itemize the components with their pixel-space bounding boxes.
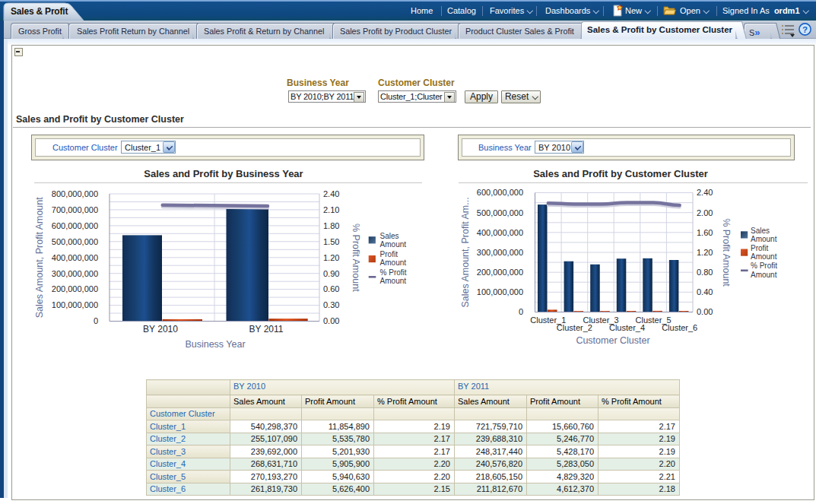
- svg-text:% Profit Amount: % Profit Amount: [721, 218, 732, 287]
- svg-text:500,000,000: 500,000,000: [52, 237, 98, 246]
- svg-text:200,000,000: 200,000,000: [477, 268, 523, 277]
- svg-text:BY 2011: BY 2011: [249, 324, 284, 334]
- svg-text:Profit: Profit: [380, 250, 398, 258]
- svg-text:0.00: 0.00: [323, 316, 339, 325]
- svg-text:% Profit: % Profit: [380, 268, 407, 277]
- svg-text:Sales Amount, Profit Am...: Sales Amount, Profit Am...: [460, 197, 471, 307]
- svg-text:BY 2010: BY 2010: [143, 324, 178, 334]
- svg-text:300,000,000: 300,000,000: [52, 269, 98, 278]
- svg-text:Amount: Amount: [380, 277, 407, 285]
- svg-text:Business Year: Business Year: [185, 339, 245, 350]
- svg-text:2.40: 2.40: [697, 188, 713, 197]
- svg-text:1.50: 1.50: [323, 237, 339, 246]
- svg-text:Sales: Sales: [380, 232, 399, 240]
- svg-text:?: ?: [802, 25, 808, 34]
- svg-text:Amount: Amount: [751, 252, 777, 261]
- svg-text:300,000,000: 300,000,000: [477, 248, 523, 257]
- svg-text:% Profit Amount: % Profit Amount: [351, 223, 361, 292]
- svg-text:Amount: Amount: [751, 235, 777, 243]
- svg-text:100,000,000: 100,000,000: [477, 287, 523, 296]
- svg-text:Amount: Amount: [380, 258, 407, 267]
- svg-text:0: 0: [519, 307, 523, 316]
- svg-text:Sales Amount, Profit Amount: Sales Amount, Profit Amount: [34, 197, 45, 319]
- svg-text:Customer Cluster: Customer Cluster: [576, 335, 649, 346]
- svg-text:0.00: 0.00: [697, 307, 713, 316]
- svg-text:Amount: Amount: [751, 271, 777, 279]
- svg-text:Sales: Sales: [751, 227, 770, 235]
- svg-text:2.10: 2.10: [323, 205, 339, 214]
- svg-text:Cluster_6: Cluster_6: [662, 323, 697, 332]
- svg-text:0.30: 0.30: [323, 300, 339, 309]
- svg-text:1.80: 1.80: [323, 221, 339, 230]
- svg-text:600,000,000: 600,000,000: [477, 188, 523, 197]
- svg-text:2.00: 2.00: [697, 208, 713, 217]
- svg-text:200,000,000: 200,000,000: [52, 284, 98, 293]
- svg-text:Profit: Profit: [751, 244, 769, 252]
- svg-text:Amount: Amount: [380, 240, 407, 249]
- svg-text:700,000,000: 700,000,000: [52, 205, 98, 214]
- svg-text:0.80: 0.80: [697, 268, 713, 277]
- svg-text:% Profit: % Profit: [751, 262, 777, 270]
- svg-text:0.40: 0.40: [697, 287, 713, 296]
- svg-text:400,000,000: 400,000,000: [477, 228, 523, 237]
- svg-text:1.20: 1.20: [697, 248, 713, 257]
- svg-text:600,000,000: 600,000,000: [52, 221, 98, 230]
- svg-text:2.40: 2.40: [323, 189, 339, 198]
- svg-text:0.60: 0.60: [323, 284, 339, 293]
- svg-text:1.20: 1.20: [323, 253, 339, 262]
- svg-text:0: 0: [94, 316, 98, 325]
- svg-text:400,000,000: 400,000,000: [52, 253, 98, 262]
- svg-text:1.60: 1.60: [697, 228, 713, 237]
- svg-text:800,000,000: 800,000,000: [52, 189, 98, 198]
- svg-text:500,000,000: 500,000,000: [477, 208, 523, 217]
- svg-text:100,000,000: 100,000,000: [52, 300, 98, 309]
- svg-text:0.90: 0.90: [323, 269, 339, 278]
